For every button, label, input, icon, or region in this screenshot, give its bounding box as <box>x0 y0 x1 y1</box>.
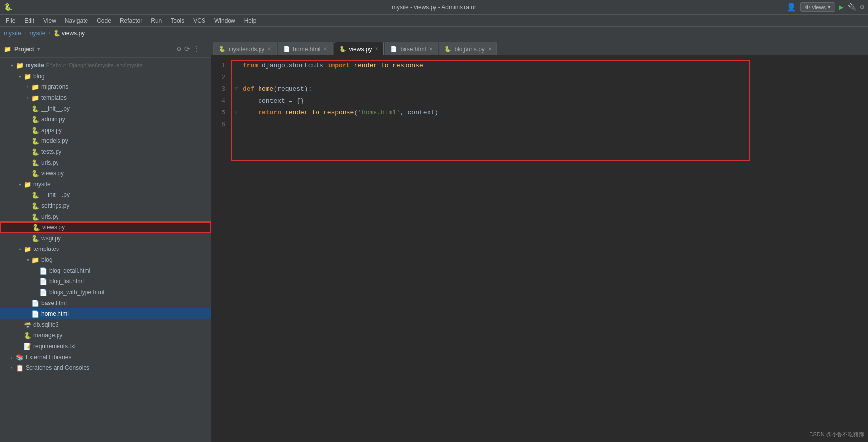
tab-blog-urls-label: blog\urls.py <box>454 46 484 53</box>
tree-item-templates-root[interactable]: ▾ 📁 templates <box>0 244 211 254</box>
tree-item-admin-blog[interactable]: 🐍 admin.py <box>0 114 211 125</box>
fold-arrow-3[interactable]: ▽ <box>235 83 243 95</box>
code-space-3 <box>281 107 285 119</box>
menu-window[interactable]: Window <box>210 16 239 25</box>
blogs-type-icon: 📄 <box>39 289 47 296</box>
views-dropdown[interactable]: 👁 views ▾ <box>800 2 835 12</box>
tree-item-apps-blog[interactable]: 🐍 apps.py <box>0 125 211 136</box>
settings-mysite-label: settings.py <box>41 202 207 209</box>
tests-blog-label: tests.py <box>41 148 207 155</box>
tab-base-icon: 📄 <box>390 46 397 52</box>
tree-item-templates-blog[interactable]: › 📁 templates <box>0 92 211 103</box>
code-rtr-fn: render_to_response <box>285 107 354 119</box>
breadcrumb-mysite-link[interactable]: mysite <box>4 30 21 37</box>
tab-base[interactable]: 📄 base.html ✕ <box>385 42 438 55</box>
menu-help[interactable]: Help <box>240 16 260 25</box>
breadcrumb-views-label: 🐍 views.py <box>53 30 85 37</box>
tree-item-urls-mysite[interactable]: 🐍 urls.py <box>0 211 211 222</box>
breadcrumb-views[interactable]: 🐍 views.py <box>53 30 85 37</box>
tab-urls-close[interactable]: ✕ <box>267 46 271 52</box>
tree-item-views-blog[interactable]: 🐍 views.py <box>0 168 211 179</box>
line-num-2: 2 <box>211 72 225 83</box>
dropdown-arrow: ▾ <box>828 4 831 10</box>
menu-edit[interactable]: Edit <box>20 16 38 25</box>
tree-item-tests-blog[interactable]: 🐍 tests.py <box>0 146 211 157</box>
sidebar-split-icon[interactable] <box>193 45 200 53</box>
line-num-6: 6 <box>211 119 225 131</box>
tab-views[interactable]: 🐍 views.py ✕ <box>334 42 384 55</box>
tab-blog-urls[interactable]: 🐍 blog\urls.py ✕ <box>439 42 496 55</box>
kw-return: return <box>258 107 281 119</box>
run-button[interactable]: ▶ <box>839 2 844 12</box>
tree-item-wsgi-mysite[interactable]: 🐍 wsgi.py <box>0 233 211 244</box>
menu-run[interactable]: Run <box>147 16 166 25</box>
tab-urls[interactable]: 🐍 mysite\urls.py ✕ <box>213 42 277 55</box>
urls-blog-label: urls.py <box>41 159 207 166</box>
menu-view[interactable]: View <box>39 16 60 25</box>
tree-item-blog[interactable]: ▾ 📁 blog <box>0 71 211 82</box>
tree-item-urls-blog[interactable]: 🐍 urls.py <box>0 157 211 168</box>
tree-item-home-html[interactable]: 📄 home.html <box>0 308 211 319</box>
tree-item-db-sqlite[interactable]: 🗃️ db.sqlite3 <box>0 319 211 330</box>
settings-mysite-icon: 🐍 <box>31 202 39 210</box>
menu-refactor[interactable]: Refactor <box>116 16 146 25</box>
tree-item-init-blog[interactable]: 🐍 __init__.py <box>0 103 211 114</box>
settings-icon[interactable]: ⚙ <box>860 3 864 11</box>
tree-item-mysite-root[interactable]: ▾ 📁 mysite E:\about_Django\test\mysite_e… <box>0 60 211 71</box>
tree-item-ext-libs[interactable]: › 📚 External Libraries <box>0 352 211 362</box>
tab-urls-icon: 🐍 <box>219 46 226 52</box>
wsgi-mysite-icon: 🐍 <box>31 235 39 242</box>
menu-vcs[interactable]: VCS <box>189 16 209 25</box>
sidebar-gear-icon[interactable] <box>177 45 181 53</box>
tree-item-blog-detail[interactable]: 📄 blog_detail.html <box>0 265 211 276</box>
menu-tools[interactable]: Tools <box>167 16 188 25</box>
tree-item-init-mysite[interactable]: 🐍 __init__.py <box>0 190 211 200</box>
tree-item-views-mysite[interactable]: 🐍 views.py <box>0 222 211 233</box>
tree-item-blog-list[interactable]: 📄 blog_list.html <box>0 276 211 287</box>
line-num-4: 4 <box>211 95 225 107</box>
tree-item-scratches[interactable]: › 📋 Scratches and Consoles <box>0 362 211 373</box>
code-context-var: context <box>243 95 289 107</box>
tree-item-blogs-type[interactable]: 📄 blogs_with_type.html <box>0 287 211 298</box>
menu-navigate[interactable]: Navigate <box>61 16 92 25</box>
tab-views-label: views.py <box>349 46 372 53</box>
tree-item-mysite-pkg[interactable]: ▾ 📁 mysite <box>0 179 211 190</box>
models-blog-icon: 🐍 <box>31 138 39 145</box>
fold-arrow-5[interactable]: ▽ <box>235 107 243 119</box>
tree-item-models-blog[interactable]: 🐍 models.py <box>0 136 211 146</box>
tree-item-settings-mysite[interactable]: 🐍 settings.py <box>0 200 211 211</box>
code-space <box>258 60 262 72</box>
sidebar-sync-icon[interactable] <box>184 45 190 53</box>
tab-views-close[interactable]: ✕ <box>375 46 378 52</box>
mysite-root-label: mysite E:\about_Django\test\mysite_env\m… <box>26 62 207 69</box>
tree-item-manage-py[interactable]: 🐍 manage.py <box>0 330 211 341</box>
tree-item-blog-templates[interactable]: ▾ 📁 blog <box>0 254 211 265</box>
tree-item-requirements[interactable]: 📝 requirements.txt <box>0 341 211 352</box>
ext-libs-icon: 📚 <box>16 354 24 361</box>
scratches-icon: 📋 <box>16 364 24 372</box>
tree-item-base-html[interactable]: 📄 base.html <box>0 298 211 308</box>
base-html-icon: 📄 <box>31 300 39 307</box>
plugin-button[interactable]: 🔌 <box>848 3 856 11</box>
editor-content[interactable]: 1 2 3 4 5 6 from django.shortcuts import… <box>211 56 868 249</box>
init-mysite-label: __init__.py <box>41 192 207 198</box>
views-blog-icon: 🐍 <box>31 170 39 177</box>
tab-blog-urls-close[interactable]: ✕ <box>488 46 492 52</box>
base-html-label: base.html <box>41 300 207 306</box>
tree-item-migrations[interactable]: › 📁 migrations <box>0 82 211 92</box>
tab-home[interactable]: 📄 home.html ✕ <box>278 42 333 55</box>
user-icon[interactable]: 👤 <box>786 2 796 12</box>
sidebar-minus-icon[interactable] <box>203 45 207 53</box>
manage-py-icon: 🐍 <box>24 332 31 339</box>
menu-code[interactable]: Code <box>93 16 115 25</box>
templates-blog-arrow: › <box>24 95 31 101</box>
tab-home-close[interactable]: ✕ <box>323 46 327 52</box>
code-area[interactable]: from django.shortcuts import render_to_r… <box>231 60 868 245</box>
tab-base-close[interactable]: ✕ <box>429 46 433 52</box>
menu-file[interactable]: File <box>2 16 19 25</box>
scratches-arrow: › <box>8 365 16 371</box>
app-icon: 🐍 <box>4 3 12 11</box>
urls-mysite-label: urls.py <box>41 213 207 220</box>
breadcrumb-mysite2-link[interactable]: mysite <box>29 30 46 37</box>
dropdown-btn[interactable]: ▾ <box>37 46 40 52</box>
